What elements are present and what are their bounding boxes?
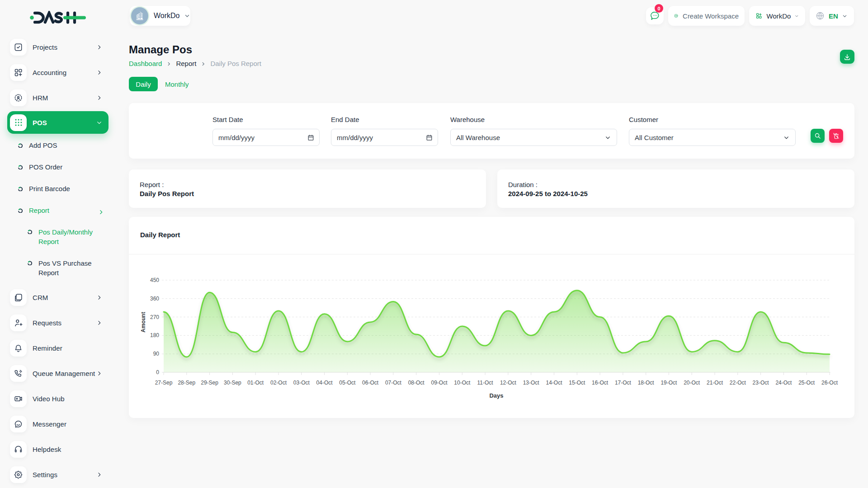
svg-text:25-Oct: 25-Oct xyxy=(798,380,815,386)
svg-text:03-Oct: 03-Oct xyxy=(293,380,310,386)
svg-text:05-Oct: 05-Oct xyxy=(339,380,356,386)
svg-text:Amount: Amount xyxy=(140,312,146,332)
svg-text:15-Oct: 15-Oct xyxy=(569,380,585,386)
svg-text:18-Oct: 18-Oct xyxy=(638,380,655,386)
svg-text:29-Sep: 29-Sep xyxy=(201,380,218,386)
svg-text:30-Sep: 30-Sep xyxy=(224,380,241,386)
svg-text:13-Oct: 13-Oct xyxy=(523,380,540,386)
svg-text:180: 180 xyxy=(150,332,159,338)
svg-text:14-Oct: 14-Oct xyxy=(546,380,562,386)
svg-text:90: 90 xyxy=(153,351,160,357)
svg-text:360: 360 xyxy=(150,296,159,302)
svg-text:19-Oct: 19-Oct xyxy=(660,380,677,386)
svg-text:11-Oct: 11-Oct xyxy=(477,380,494,386)
svg-text:06-Oct: 06-Oct xyxy=(362,380,379,386)
svg-text:0: 0 xyxy=(156,369,159,375)
svg-text:26-Oct: 26-Oct xyxy=(821,380,838,386)
svg-text:24-Oct: 24-Oct xyxy=(775,380,792,386)
svg-text:450: 450 xyxy=(150,277,159,283)
svg-text:10-Oct: 10-Oct xyxy=(454,380,471,386)
svg-text:20-Oct: 20-Oct xyxy=(684,380,700,386)
svg-text:27-Sep: 27-Sep xyxy=(155,380,173,386)
svg-text:02-Oct: 02-Oct xyxy=(270,380,287,386)
svg-text:04-Oct: 04-Oct xyxy=(316,380,333,386)
svg-text:23-Oct: 23-Oct xyxy=(753,380,769,386)
svg-text:12-Oct: 12-Oct xyxy=(500,380,517,386)
svg-text:28-Sep: 28-Sep xyxy=(178,380,195,386)
svg-text:270: 270 xyxy=(150,314,159,320)
svg-text:Days: Days xyxy=(489,392,503,399)
svg-text:22-Oct: 22-Oct xyxy=(730,380,746,386)
svg-text:21-Oct: 21-Oct xyxy=(707,380,723,386)
svg-text:17-Oct: 17-Oct xyxy=(615,380,632,386)
svg-text:09-Oct: 09-Oct xyxy=(431,380,448,386)
svg-text:16-Oct: 16-Oct xyxy=(592,380,609,386)
svg-text:01-Oct: 01-Oct xyxy=(247,380,264,386)
svg-text:08-Oct: 08-Oct xyxy=(408,380,425,386)
svg-text:07-Oct: 07-Oct xyxy=(385,380,402,386)
